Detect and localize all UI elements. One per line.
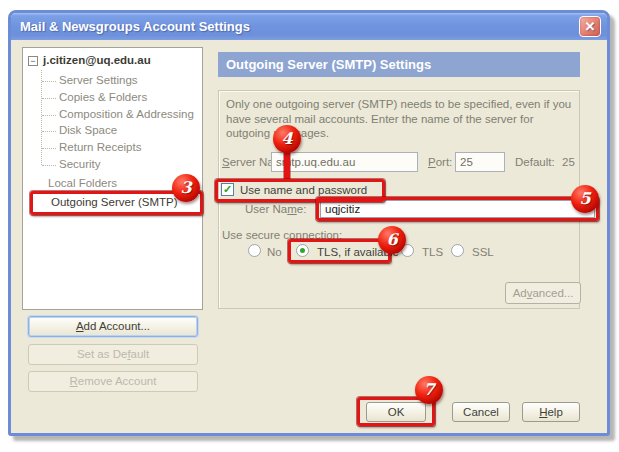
annotation-step-5: 5 [571, 185, 599, 213]
radio-tls-label[interactable]: TLS [422, 246, 443, 258]
radio-ssl[interactable] [451, 244, 464, 257]
default-port-label: Default: [515, 156, 555, 168]
radio-no[interactable] [248, 244, 261, 257]
help-button[interactable]: Help [522, 402, 580, 422]
tree-item-server-settings[interactable]: Server Settings [59, 74, 138, 86]
annotation-box-tls-if-available [288, 239, 391, 263]
tree-item-return-receipts[interactable]: Return Receipts [59, 141, 141, 153]
set-as-default-button[interactable]: Set as Default [28, 344, 198, 365]
port-input[interactable]: 25 [455, 152, 505, 172]
panel-header: Outgoing Server (SMTP) Settings [218, 52, 580, 77]
radio-ssl-label[interactable]: SSL [472, 246, 494, 258]
user-name-label: User Name: [245, 203, 306, 215]
port-label: Port: [428, 156, 452, 168]
cancel-button[interactable]: Cancel [452, 402, 510, 422]
tree-item-account[interactable]: j.citizen@uq.edu.au [43, 54, 151, 66]
remove-account-button[interactable]: Remove Account [28, 371, 198, 392]
tree-collapse-icon[interactable]: − [28, 56, 38, 66]
annotation-step-3: 3 [172, 174, 200, 202]
add-account-button[interactable]: Add Account... [28, 316, 198, 337]
title-bar[interactable]: Mail & Newsgroups Account Settings ✕ [11, 13, 607, 40]
account-settings-dialog: Mail & Newsgroups Account Settings ✕ − j… [8, 10, 610, 436]
close-button[interactable]: ✕ [579, 16, 601, 37]
annotation-box-user-name [316, 197, 599, 221]
tree-item-security[interactable]: Security [59, 158, 101, 170]
annotation-step-6: 6 [378, 226, 406, 254]
tree-item-composition-addressing[interactable]: Composition & Addressing [59, 108, 194, 120]
annotation-step-7: 7 [415, 376, 443, 404]
window-title: Mail & Newsgroups Account Settings [20, 19, 250, 34]
advanced-button[interactable]: Advanced... [505, 282, 581, 304]
server-name-input[interactable]: smtp.uq.edu.au [271, 152, 418, 172]
default-port-value: 25 [562, 156, 575, 168]
radio-no-label[interactable]: No [267, 246, 282, 258]
tree-item-disk-space[interactable]: Disk Space [59, 124, 117, 136]
annotation-step-4: 4 [273, 125, 301, 153]
close-icon: ✕ [585, 19, 596, 34]
tree-guide-line [41, 70, 42, 165]
tree-item-copies-folders[interactable]: Copies & Folders [59, 91, 147, 103]
tree-item-local-folders[interactable]: Local Folders [48, 177, 117, 189]
